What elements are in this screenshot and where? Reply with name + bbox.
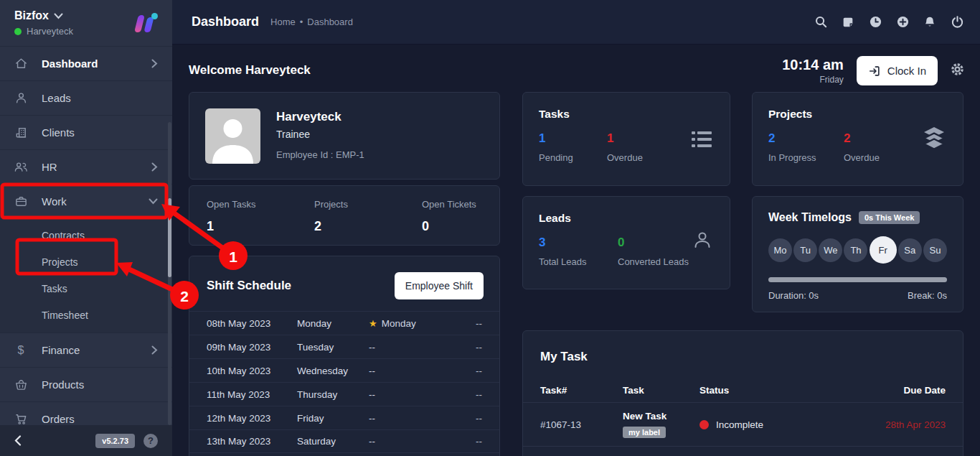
submenu-item-projects[interactable]: Projects xyxy=(0,248,172,275)
login-icon xyxy=(868,65,881,78)
my-task-card: My Task Task# Task Status Due Date #1067… xyxy=(522,330,963,456)
work-submenu: Contracts Projects Tasks Timesheet xyxy=(0,218,172,332)
day-we[interactable]: We xyxy=(819,238,842,262)
table-row[interactable]: #1067-13 New Task my label Incomplete 28… xyxy=(523,403,963,447)
sidebar: Bizfox Harveyteck Dashboard xyxy=(0,0,172,456)
profile-role: Trainee xyxy=(276,129,364,140)
quick-stats-card: Open Tasks 1 Projects 2 Open Tickets 0 xyxy=(189,185,500,246)
chevron-down-icon xyxy=(54,13,63,19)
day-tu[interactable]: Tu xyxy=(793,238,817,262)
current-day: Friday xyxy=(782,75,844,85)
welcome-heading: Welcome Harveyteck xyxy=(189,63,311,78)
stat-projects: Projects 2 xyxy=(314,199,422,232)
sidebar-header: Bizfox Harveyteck xyxy=(0,0,172,46)
shift-row[interactable]: 12th May 2023 Friday -- -- xyxy=(189,406,499,429)
chevron-down-icon xyxy=(149,198,158,205)
sidebar-item-work[interactable]: Work xyxy=(0,184,172,218)
week-days: Mo Tu We Th Fr Sa Su xyxy=(768,236,947,264)
dollar-icon: $ xyxy=(0,344,42,357)
notes-icon[interactable] xyxy=(841,15,855,29)
user-name: Harveyteck xyxy=(27,26,73,37)
profile-card: Harveyteck Trainee Employee Id : EMP-1 xyxy=(189,92,500,180)
tasks-pending-stat: 1 Pending xyxy=(539,131,607,163)
sidebar-item-label: HR xyxy=(42,161,151,173)
page-title: Dashboard xyxy=(192,14,259,29)
workspace-name: Bizfox xyxy=(14,9,49,22)
settings-gear-icon[interactable] xyxy=(951,62,964,79)
sidebar-scrollbar-thumb[interactable] xyxy=(168,198,171,277)
add-icon[interactable] xyxy=(895,15,910,29)
sidebar-item-finance[interactable]: $ Finance xyxy=(0,332,172,367)
task-label-badge: my label xyxy=(623,427,666,438)
avatar xyxy=(205,108,260,164)
bizfox-logo-icon[interactable] xyxy=(132,11,159,35)
star-icon: ★ xyxy=(369,318,377,329)
sidebar-item-label: Work xyxy=(42,195,149,208)
clock-in-button[interactable]: Clock In xyxy=(857,56,938,85)
shift-row[interactable]: 11th May 2023 Thursday -- -- xyxy=(189,382,499,406)
col-due-date: Due Date xyxy=(852,385,946,396)
projects-card[interactable]: Projects 2 In Progress 2 Overdue xyxy=(752,92,963,186)
col-status: Status xyxy=(699,385,852,396)
day-mo[interactable]: Mo xyxy=(768,238,792,262)
submenu-item-contracts[interactable]: Contracts xyxy=(0,222,172,248)
task-list-icon xyxy=(691,130,712,152)
people-icon xyxy=(0,160,42,174)
sidebar-item-dashboard[interactable]: Dashboard xyxy=(0,46,172,80)
home-icon xyxy=(0,57,42,70)
shift-row[interactable]: 09th May 2023 Tuesday -- -- xyxy=(189,335,499,358)
my-task-title: My Task xyxy=(523,331,963,364)
task-name[interactable]: New Task xyxy=(623,411,666,422)
sidebar-item-clients[interactable]: Clients xyxy=(0,115,172,149)
tasks-card-title: Tasks xyxy=(539,108,714,121)
person-icon xyxy=(0,91,42,105)
breadcrumb-current: Dashboard xyxy=(307,17,353,27)
sidebar-item-label: Finance xyxy=(42,344,151,356)
day-sa[interactable]: Sa xyxy=(898,238,922,262)
sidebar-item-products[interactable]: Products xyxy=(0,367,172,401)
collapse-sidebar-icon[interactable] xyxy=(14,435,22,446)
workspace-switcher[interactable]: Bizfox xyxy=(14,9,73,22)
leads-card-title: Leads xyxy=(539,212,714,225)
my-task-header-row: Task# Task Status Due Date xyxy=(523,378,963,403)
shift-row[interactable]: 13th May 2023 Saturday -- -- xyxy=(189,429,499,453)
timelog-progress-bar xyxy=(768,277,947,282)
tasks-card[interactable]: Tasks 1 Pending 1 Overdue xyxy=(522,92,730,186)
clock-area: 10:14 am Friday Clock In xyxy=(782,56,964,85)
day-th[interactable]: Th xyxy=(844,238,867,262)
submenu-item-tasks[interactable]: Tasks xyxy=(0,275,172,302)
shift-row[interactable]: 08th May 2023 Monday ★Monday -- xyxy=(189,311,499,335)
notifications-bell-icon[interactable] xyxy=(923,15,937,29)
sidebar-nav: Dashboard Leads Clients HR xyxy=(0,46,172,436)
projects-overdue-stat: 2 Overdue xyxy=(844,131,912,163)
week-timelogs-title: Week Timelogs xyxy=(768,211,852,224)
dashboard-app: Bizfox Harveyteck Dashboard xyxy=(0,0,980,456)
day-su[interactable]: Su xyxy=(923,238,947,262)
help-icon[interactable]: ? xyxy=(143,434,158,448)
online-status-dot xyxy=(14,28,22,35)
breadcrumb-home[interactable]: Home xyxy=(270,17,296,27)
employee-shift-button[interactable]: Employee Shift xyxy=(395,272,484,299)
sidebar-item-hr[interactable]: HR xyxy=(0,149,172,184)
status-text: Incomplete xyxy=(716,419,763,430)
shift-row[interactable]: 10th May 2023 Wednesday -- -- xyxy=(189,358,499,382)
projects-card-title: Projects xyxy=(768,108,947,121)
timelog-break: Break: 0s xyxy=(908,290,947,301)
submenu-item-timesheet[interactable]: Timesheet xyxy=(0,302,172,328)
task-id: #1067-13 xyxy=(540,419,623,430)
leads-card[interactable]: Leads 3 Total Leads 0 Converted Leads xyxy=(522,196,730,289)
shift-schedule-card: Shift Schedule Employee Shift 08th May 2… xyxy=(189,256,500,456)
lead-person-icon xyxy=(692,230,712,253)
clock-icon[interactable] xyxy=(868,15,882,29)
sidebar-item-leads[interactable]: Leads xyxy=(0,80,172,115)
day-fr-active[interactable]: Fr xyxy=(870,236,897,264)
sidebar-footer: v5.2.73 ? xyxy=(0,425,172,456)
power-icon[interactable] xyxy=(950,15,964,29)
sidebar-item-label: Leads xyxy=(42,92,158,104)
stat-open-tasks: Open Tasks 1 xyxy=(207,199,314,232)
timelog-duration: Duration: 0s xyxy=(768,290,819,301)
search-icon[interactable] xyxy=(814,15,828,29)
leads-total-stat: 3 Total Leads xyxy=(539,236,618,267)
current-time: 10:14 am xyxy=(782,57,844,73)
topbar: Dashboard Home • Dashboard xyxy=(172,0,980,45)
